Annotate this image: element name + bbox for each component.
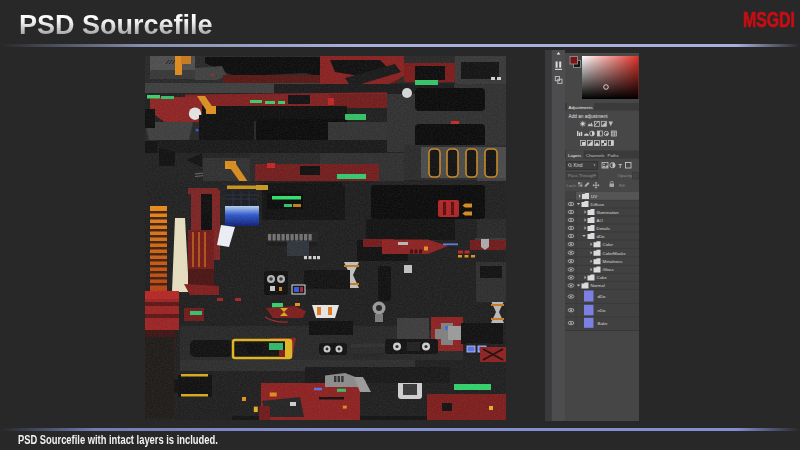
svg-text:dDo: dDo [597, 234, 606, 239]
svg-text:Details: Details [597, 226, 611, 231]
svg-text:Paths: Paths [608, 153, 620, 158]
svg-text:nDo: nDo [598, 308, 607, 313]
svg-text:Normal: Normal [591, 283, 605, 288]
svg-text:Layers: Layers [568, 153, 582, 158]
svg-text:Add an adjustment: Add an adjustment [569, 114, 609, 119]
svg-text:Pass Through: Pass Through [568, 173, 595, 178]
svg-text:Diffuse: Diffuse [591, 202, 605, 207]
svg-text:Color: Color [603, 242, 614, 247]
svg-text:Fill:: Fill: [619, 183, 626, 188]
svg-text:Opacity:: Opacity: [618, 173, 634, 178]
svg-text:Bake: Bake [598, 321, 609, 326]
svg-text:ColorMasks: ColorMasks [603, 251, 627, 256]
svg-text:Illumination: Illumination [597, 210, 620, 215]
svg-text:Channels: Channels [586, 153, 605, 158]
svg-text:Lock:: Lock: [567, 183, 577, 188]
svg-text:AO: AO [597, 218, 604, 223]
svg-text:dDo: dDo [598, 294, 607, 299]
svg-text:Adjustments: Adjustments [569, 105, 594, 110]
svg-text:Metalness: Metalness [603, 259, 624, 264]
svg-text:Kind: Kind [574, 163, 584, 168]
svg-text:UV: UV [591, 194, 597, 199]
svg-text:Gloss: Gloss [603, 267, 615, 272]
svg-text:Cake: Cake [597, 275, 608, 280]
